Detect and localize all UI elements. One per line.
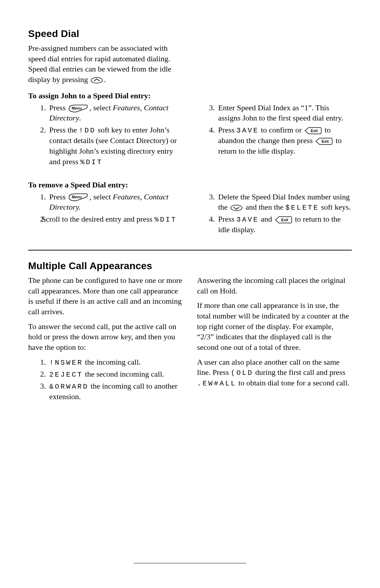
softkey-hold: (OLD: [231, 369, 253, 377]
exit-button-icon: Exit: [304, 127, 322, 135]
exit-button-icon: Exit: [315, 137, 333, 145]
softkey-answer: !NSWER: [49, 359, 83, 367]
softkey-save: 3AVE: [236, 126, 259, 135]
down-arrow-icon: [230, 204, 243, 211]
text: Press: [218, 125, 236, 134]
mca-opt-1: !NSWER the incoming call.: [48, 357, 183, 367]
heading-mca: Multiple Call Appearances: [28, 260, 352, 272]
remove-columns: Press Menu , select Features, Contact Di…: [28, 192, 352, 239]
text: to confirm or: [259, 125, 304, 134]
softkey-add: !DD: [79, 126, 96, 135]
mca-p2: To answer the second call, put the activ…: [28, 321, 183, 353]
assign-step-3: Enter Speed Dial Index as “1”. This assi…: [217, 103, 352, 123]
heading-speed-dial: Speed Dial: [28, 28, 352, 39]
remove-col-left: Press Menu , select Features, Contact Di…: [28, 192, 183, 239]
mca-p1: The phone can be configured to have one …: [28, 275, 183, 317]
section-divider: [28, 250, 352, 250]
menu-button-icon: Menu: [68, 193, 89, 202]
text: Enter Speed Dial Index as “1”. This assi…: [218, 103, 343, 123]
remove-step-3: Delete the Speed Dial Index number using…: [217, 192, 352, 213]
remove-step-1: Press Menu , select Features, Contact Di…: [48, 192, 183, 212]
text: Scroll to the desired entry and press: [42, 215, 154, 223]
mca-p5: A user can also place another call on th…: [197, 357, 352, 389]
mca-columns: The phone can be configured to have one …: [28, 275, 352, 406]
svg-point-0: [91, 78, 102, 83]
mca-col-right: Answering the incoming call places the o…: [197, 275, 352, 406]
assign-col-right: Enter Speed Dial Index as “1”. This assi…: [197, 103, 352, 171]
svg-text:Exit: Exit: [322, 139, 329, 143]
text: and: [259, 215, 274, 223]
svg-text:Exit: Exit: [281, 218, 289, 222]
assign-step-4: Press 3AVE to confirm or Exit to abandon…: [217, 125, 352, 156]
intro-text-after: .: [104, 75, 106, 84]
assign-col-left: Press Menu , select Features, Contact Di…: [28, 103, 183, 171]
text: and then the: [243, 203, 285, 211]
mca-p3: Answering the incoming call places the o…: [197, 275, 352, 296]
text: Press: [49, 192, 68, 201]
assign-subhead: To assign John to a Speed Dial entry:: [28, 91, 352, 100]
text: Press: [49, 103, 68, 112]
remove-step-4: Press 3AVE and Exit to return to the idl…: [217, 214, 352, 235]
softkey-newcall: .EW#ALL: [197, 379, 236, 388]
footer-rule: [134, 563, 246, 563]
svg-text:Menu: Menu: [72, 106, 82, 110]
speed-dial-intro: Pre-assigned numbers can be associated w…: [28, 43, 176, 85]
softkey-save: 3AVE: [236, 216, 259, 224]
text: the second incoming call.: [83, 370, 164, 378]
remove-subhead: To remove a Speed Dial entry:: [28, 180, 352, 190]
text: Press the: [49, 125, 79, 134]
text: to obtain dial tone for a second call.: [236, 378, 349, 387]
assign-columns: Press Menu , select Features, Contact Di…: [28, 103, 352, 171]
softkey-delete: $ELETE: [285, 204, 319, 212]
text: soft keys.: [319, 203, 351, 211]
text: , select: [89, 103, 113, 112]
mca-p4: If more than one call appearance is in u…: [197, 300, 352, 352]
assign-step-2: Press the !DD soft key to enter John’s c…: [48, 125, 183, 167]
remove-col-right: Delete the Speed Dial Index number using…: [197, 192, 352, 239]
manual-page: Speed Dial Pre-assigned numbers can be a…: [0, 0, 380, 588]
mca-opt-2: 2EJECT the second incoming call.: [48, 369, 183, 379]
svg-text:Exit: Exit: [311, 129, 318, 133]
text: Press: [218, 215, 236, 223]
text: , select: [89, 192, 113, 201]
remove-step-2: Scroll to the desired entry and press %D…: [48, 214, 183, 224]
menu-button-icon: Menu: [68, 104, 89, 113]
softkey-reject: 2EJECT: [49, 371, 83, 379]
text: the incoming call.: [83, 358, 141, 366]
up-arrow-icon: [90, 77, 103, 84]
svg-text:Menu: Menu: [72, 195, 82, 199]
text: during the first call and press: [253, 368, 346, 377]
softkey-edit: %DIT: [80, 158, 103, 166]
softkey-edit: %DIT: [154, 216, 177, 224]
text: .: [79, 113, 81, 122]
assign-step-1: Press Menu , select Features, Contact Di…: [48, 103, 183, 123]
svg-point-5: [231, 205, 242, 211]
mca-col-left: The phone can be configured to have one …: [28, 275, 183, 406]
softkey-forward: &ORWARD: [49, 383, 89, 391]
mca-opt-3: &ORWARD the incoming call to another ext…: [48, 381, 183, 402]
exit-button-icon: Exit: [275, 216, 292, 224]
